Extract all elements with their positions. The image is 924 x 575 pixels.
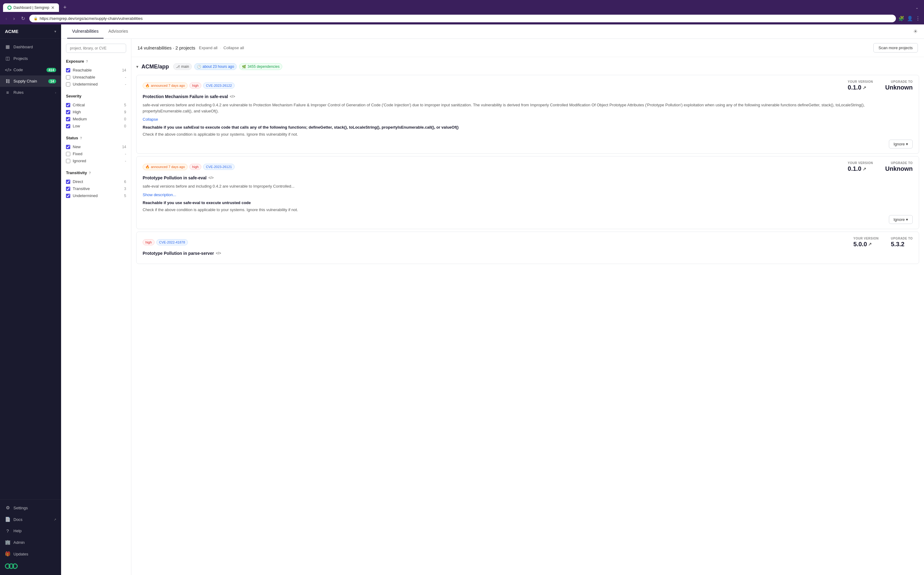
- vuln-0-version-info: YOUR VERSION 0.1.0 ↗ UPGRADE TO Unknown: [848, 80, 913, 91]
- project-collapse-button[interactable]: ▾: [136, 64, 138, 69]
- tab-list-button[interactable]: ⌄: [913, 4, 921, 11]
- critical-checkbox[interactable]: [66, 103, 70, 107]
- medium-checkbox[interactable]: [66, 117, 70, 121]
- status-filter-title: Status ?: [66, 136, 126, 140]
- fixed-label: Fixed: [73, 151, 122, 156]
- sidebar-item-updates[interactable]: 🎁 Updates: [0, 548, 61, 560]
- menu-button[interactable]: ⋮: [915, 16, 920, 21]
- low-checkbox[interactable]: [66, 124, 70, 128]
- new-tab-button[interactable]: +: [60, 2, 70, 13]
- exposure-filter-title: Exposure ?: [66, 59, 126, 64]
- sidebar-chevron-icon[interactable]: ▾: [54, 29, 56, 33]
- fire-icon: 🔥: [146, 84, 150, 88]
- filter-item-fixed[interactable]: Fixed -: [66, 150, 126, 157]
- vuln-1-ignore-button[interactable]: Ignore ▾: [889, 215, 913, 224]
- filter-item-undetermined-exposure[interactable]: Undetermined -: [66, 81, 126, 88]
- refresh-button[interactable]: ↻: [19, 14, 27, 22]
- vuln-card-0: 🔥 announced 7 days ago high CVE-2023-261…: [136, 75, 919, 154]
- sidebar-item-projects[interactable]: ◫ Projects: [0, 52, 61, 64]
- tab-title: Dashboard | Semgrep: [13, 5, 49, 10]
- vuln-0-cve-tag: CVE-2023-26122: [203, 83, 235, 89]
- new-checkbox[interactable]: [66, 145, 70, 149]
- filter-item-direct[interactable]: Direct 6: [66, 178, 126, 185]
- transitivity-help-icon[interactable]: ?: [89, 171, 91, 175]
- settings-icon: ⚙: [5, 505, 10, 510]
- high-checkbox[interactable]: [66, 110, 70, 114]
- help-icon: ?: [5, 528, 10, 534]
- vuln-1-code-icon[interactable]: </>: [208, 176, 214, 180]
- status-help-icon[interactable]: ?: [80, 136, 82, 140]
- org-name: ACME: [5, 29, 18, 34]
- vuln-1-severity-tag: high: [189, 164, 201, 170]
- filter-item-new[interactable]: New 14: [66, 143, 126, 150]
- vuln-0-check-msg: Check if the above condition is applicab…: [143, 132, 913, 137]
- filter-item-undetermined-trans[interactable]: Undetermined 5: [66, 192, 126, 199]
- filter-sidebar: Exposure ? Reachable 14 Unreachable -: [61, 39, 132, 575]
- filter-item-reachable[interactable]: Reachable 14: [66, 67, 126, 74]
- severity-label: Severity: [66, 94, 82, 98]
- tab-favicon: [7, 5, 12, 10]
- vuln-0-upgrade-value: Unknown: [885, 84, 913, 91]
- vuln-1-show-desc-link[interactable]: Show description...: [143, 192, 176, 197]
- undetermined-exposure-checkbox[interactable]: [66, 82, 70, 86]
- sidebar-item-code[interactable]: </> Code 414: [0, 64, 61, 75]
- ignored-checkbox[interactable]: [66, 159, 70, 163]
- undetermined-trans-checkbox[interactable]: [66, 194, 70, 198]
- unreachable-checkbox[interactable]: [66, 75, 70, 79]
- tab-close-button[interactable]: ✕: [51, 5, 55, 10]
- rules-icon: ≡: [5, 90, 10, 95]
- vuln-card-2: high CVE-2022-41878 YOUR VERSION 5.0.0 ↗: [136, 232, 919, 264]
- sidebar-item-supply-chain[interactable]: ⛓ Supply Chain 14: [0, 75, 61, 87]
- profile-button[interactable]: 👤: [907, 16, 913, 21]
- browser-tab-active[interactable]: Dashboard | Semgrep ✕: [3, 3, 59, 12]
- vuln-0-code-icon[interactable]: </>: [230, 94, 235, 98]
- extensions-button[interactable]: 🧩: [898, 16, 905, 21]
- top-nav-right: ☀: [913, 28, 918, 35]
- collapse-all-link[interactable]: Collapse all: [223, 46, 244, 50]
- address-bar[interactable]: 🔒 https://semgrep.dev/orgs/acme/supply-c…: [29, 15, 896, 22]
- sidebar-item-dashboard[interactable]: ▦ Dashboard: [0, 41, 61, 52]
- vuln-panel: Exposure ? Reachable 14 Unreachable -: [61, 39, 924, 575]
- back-button[interactable]: ‹: [4, 15, 9, 22]
- admin-icon: 🏢: [5, 540, 10, 545]
- sidebar-item-help[interactable]: ? Help: [0, 525, 61, 537]
- filter-item-ignored[interactable]: Ignored -: [66, 157, 126, 164]
- filter-item-transitive[interactable]: Transitive 3: [66, 185, 126, 192]
- filter-item-low[interactable]: Low 0: [66, 122, 126, 130]
- vuln-0-ext-link-icon[interactable]: ↗: [862, 85, 866, 90]
- fixed-checkbox[interactable]: [66, 152, 70, 156]
- theme-toggle-icon[interactable]: ☀: [913, 28, 918, 35]
- filter-item-unreachable[interactable]: Unreachable -: [66, 74, 126, 81]
- filter-item-critical[interactable]: Critical 5: [66, 102, 126, 108]
- scan-more-projects-button[interactable]: Scan more projects: [873, 43, 918, 52]
- sidebar-item-settings[interactable]: ⚙ Settings: [0, 502, 61, 514]
- new-count: 14: [122, 145, 126, 149]
- sidebar-label-dashboard: Dashboard: [13, 44, 56, 49]
- filter-item-medium[interactable]: Medium 0: [66, 116, 126, 122]
- vuln-1-upgrade-to: UPGRADE TO Unknown: [885, 161, 913, 172]
- filter-item-high[interactable]: High 9: [66, 108, 126, 116]
- exposure-help-icon[interactable]: ?: [86, 60, 88, 63]
- filter-section-exposure: Exposure ? Reachable 14 Unreachable -: [66, 59, 126, 88]
- vuln-0-ignore-button[interactable]: Ignore ▾: [889, 140, 913, 148]
- project-header: ▾ ACME/app ⎇ main 🕐 about 23 hours ago: [136, 61, 919, 72]
- transitive-checkbox[interactable]: [66, 187, 70, 191]
- search-input[interactable]: [66, 44, 126, 53]
- sidebar-label-supply-chain: Supply Chain: [13, 79, 45, 83]
- expand-all-link[interactable]: Expand all: [199, 46, 217, 50]
- reachable-checkbox[interactable]: [66, 68, 70, 72]
- sidebar-header: ACME ▾: [0, 24, 61, 38]
- tab-advisories[interactable]: Advisories: [103, 24, 133, 38]
- tab-vulnerabilities[interactable]: Vulnerabilities: [67, 24, 103, 38]
- sidebar-item-docs[interactable]: 📄 Docs ↗: [0, 514, 61, 525]
- vuln-1-ext-link-icon[interactable]: ↗: [862, 167, 866, 172]
- vuln-2-code-icon[interactable]: </>: [216, 251, 221, 256]
- forward-button[interactable]: ›: [11, 15, 16, 22]
- sidebar-item-rules[interactable]: ≡ Rules ›: [0, 87, 61, 98]
- direct-checkbox[interactable]: [66, 179, 70, 184]
- sidebar-item-admin[interactable]: 🏢 Admin: [0, 537, 61, 548]
- vuln-0-reachable-msg: Reachable if you use safeEval to execute…: [143, 125, 913, 130]
- vuln-2-ext-link-icon[interactable]: ↗: [868, 241, 872, 246]
- vuln-0-collapse-link[interactable]: Collapse: [143, 117, 158, 122]
- svg-point-0: [8, 6, 11, 9]
